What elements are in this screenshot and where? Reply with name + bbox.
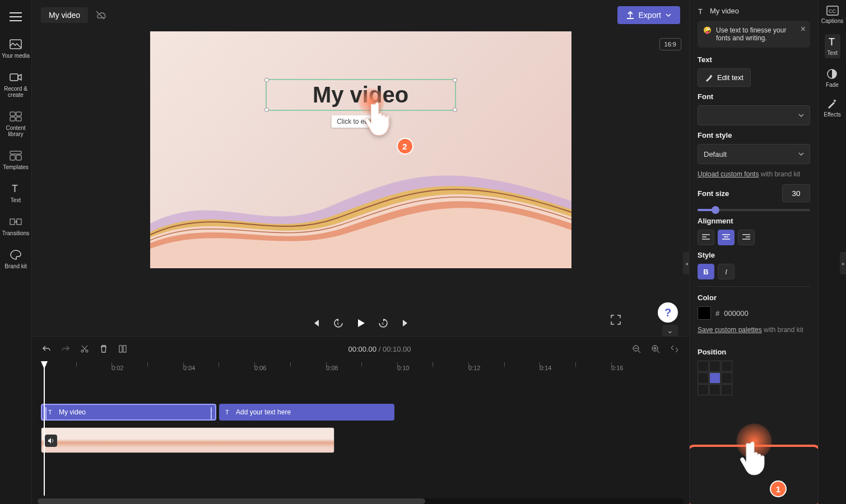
project-title[interactable]: My video: [41, 7, 88, 23]
fit-timeline-button[interactable]: [669, 343, 680, 354]
sidebar-item-your-media[interactable]: Your media: [0, 37, 31, 60]
clip-label: Add your text here: [236, 408, 291, 416]
sidebar-label-brand-kit: Brand kit: [4, 263, 26, 269]
speaker-icon: [48, 437, 54, 444]
align-right-button[interactable]: [738, 230, 755, 245]
upload-fonts-link[interactable]: Upload custom fonts: [698, 170, 759, 178]
visibility-toggle[interactable]: [95, 10, 106, 21]
pos-mr[interactable]: [721, 372, 732, 384]
cut-button[interactable]: [79, 343, 90, 354]
italic-button[interactable]: I: [718, 264, 735, 279]
rail-item-captions[interactable]: CC Captions: [821, 6, 843, 24]
video-preview-canvas[interactable]: My video Click to edit text 2: [150, 31, 571, 268]
video-clip[interactable]: [41, 427, 334, 453]
text-clip-selected[interactable]: T My video: [41, 404, 216, 421]
resize-handle-br[interactable]: [453, 108, 457, 112]
sidebar-item-content-library[interactable]: Content library: [0, 109, 31, 138]
tip-text: Use text to finesse your fonts and writi…: [716, 26, 793, 42]
top-bar: My video Export: [32, 0, 689, 30]
align-center-button[interactable]: [718, 230, 735, 245]
sidebar-label-transitions: Transitions: [2, 230, 30, 236]
scrollbar-thumb[interactable]: [38, 498, 425, 504]
pointer-hand-icon: [738, 438, 772, 479]
ruler-tick: 0:08: [326, 365, 338, 371]
zoom-in-button[interactable]: [650, 343, 661, 354]
rail-item-fade[interactable]: Fade: [826, 68, 839, 88]
panel-collapse-toggle[interactable]: ⌄: [662, 325, 678, 336]
svg-text:5: 5: [382, 322, 384, 325]
rail-item-text[interactable]: T Text: [825, 34, 840, 58]
pos-bc[interactable]: [709, 384, 721, 395]
overlay-title-text: My video: [267, 82, 455, 108]
pos-mc[interactable]: [709, 372, 721, 384]
redo-button[interactable]: [60, 343, 71, 354]
pos-br[interactable]: [721, 384, 732, 395]
pos-tr[interactable]: [721, 361, 732, 372]
undo-button[interactable]: [41, 343, 52, 354]
pos-tl[interactable]: [698, 361, 709, 372]
svg-rect-3: [16, 112, 21, 116]
svg-rect-2: [10, 112, 15, 116]
timeline-scrollbar[interactable]: [38, 498, 684, 504]
delete-button[interactable]: [98, 343, 109, 354]
edit-text-label: Edit text: [717, 73, 743, 82]
align-left-button[interactable]: [698, 230, 714, 245]
svg-rect-8: [16, 155, 21, 160]
font-dropdown[interactable]: [698, 105, 810, 125]
chevron-down-icon: [666, 13, 671, 17]
text-clip-placeholder[interactable]: T Add your text here: [219, 404, 394, 421]
playhead-line: [44, 361, 45, 496]
tip-close-button[interactable]: ×: [801, 24, 806, 34]
text-icon: T: [10, 183, 22, 195]
split-button[interactable]: [117, 343, 128, 354]
hamburger-menu[interactable]: [6, 7, 26, 27]
ruler-tick: 0:14: [540, 365, 551, 371]
sidebar-item-brand-kit[interactable]: Brand kit: [0, 248, 31, 270]
bold-button[interactable]: B: [698, 264, 714, 279]
aspect-ratio-badge[interactable]: 16:9: [659, 38, 681, 50]
sidebar-item-templates[interactable]: Templates: [0, 148, 31, 171]
skip-back-button[interactable]: [310, 317, 322, 329]
text-overlay-selection[interactable]: My video: [266, 79, 456, 111]
clip-mute-badge[interactable]: [45, 435, 57, 447]
export-button[interactable]: Export: [617, 6, 680, 24]
font-style-dropdown[interactable]: Default: [698, 144, 810, 164]
pos-bl[interactable]: [698, 384, 709, 395]
rail-item-effects[interactable]: Effects: [824, 98, 840, 118]
timeline-ruler[interactable]: 0:02 0:04 0:06 0:08 0:10 0:12 0:14 0:16: [32, 361, 689, 376]
save-palettes-link[interactable]: Save custom palettes: [698, 326, 762, 334]
slider-knob[interactable]: [712, 206, 719, 214]
svg-text:T: T: [48, 409, 52, 416]
rewind-5s-button[interactable]: 5: [332, 317, 345, 329]
sidebar-item-transitions[interactable]: Transitions: [0, 214, 31, 237]
resize-handle-bl[interactable]: [264, 108, 269, 112]
skip-forward-button[interactable]: [399, 317, 412, 329]
main-editor-area: My video Export 16:9: [32, 0, 689, 504]
pos-ml[interactable]: [698, 372, 709, 384]
resize-handle-tl[interactable]: [264, 78, 269, 82]
font-section-label: Font: [698, 92, 810, 101]
zoom-out-button[interactable]: [631, 343, 642, 354]
color-swatch[interactable]: [698, 306, 711, 320]
font-size-input[interactable]: [782, 184, 810, 202]
clip-trim-right[interactable]: [210, 407, 213, 419]
edit-text-button[interactable]: Edit text: [698, 68, 751, 87]
left-panel-expand-toggle[interactable]: ▸: [840, 252, 846, 274]
edit-text-hint: Click to edit text: [331, 115, 390, 128]
font-size-slider[interactable]: [698, 209, 810, 211]
sidebar-item-text[interactable]: T Text: [0, 181, 31, 204]
forward-5s-button[interactable]: 5: [377, 317, 389, 329]
total-time: 00:10.00: [383, 345, 411, 353]
text-clip-icon: T: [48, 409, 54, 416]
help-button[interactable]: ?: [658, 302, 678, 323]
play-button[interactable]: [355, 317, 367, 329]
color-value[interactable]: 000000: [724, 309, 748, 318]
resize-handle-tr[interactable]: [453, 78, 457, 82]
sidebar-label-record-create: Record & create: [0, 86, 31, 98]
timeline-tracks[interactable]: T My video T Add your text here: [32, 376, 689, 498]
captions-icon: CC: [826, 6, 839, 16]
fullscreen-button[interactable]: [611, 315, 622, 326]
alignment-group: [698, 230, 810, 245]
sidebar-item-record-create[interactable]: Record & create: [0, 70, 31, 99]
pos-tc[interactable]: [709, 361, 721, 372]
